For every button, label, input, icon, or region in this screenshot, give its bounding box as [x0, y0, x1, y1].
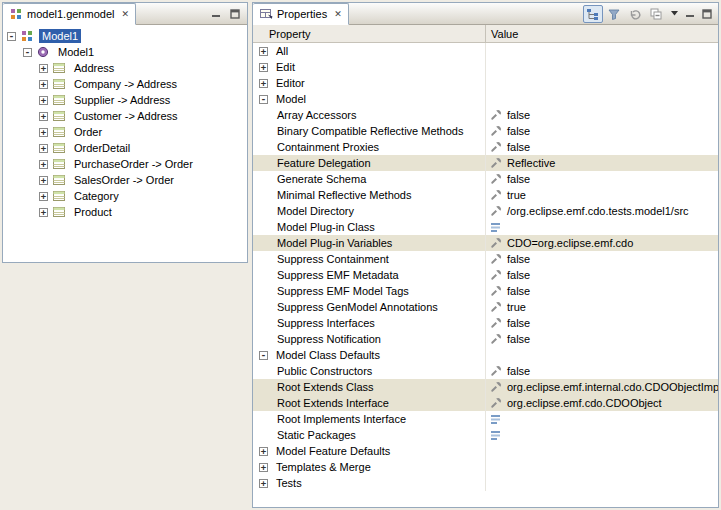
property-value-cell[interactable]: false [486, 171, 718, 187]
expand-toggle[interactable]: + [39, 144, 48, 153]
property-group-model-feature-defaults[interactable]: +Model Feature Defaults [253, 443, 718, 459]
column-header-value[interactable]: Value [486, 25, 718, 42]
property-value-cell[interactable]: false [486, 283, 718, 299]
property-row-public-constructors[interactable]: Public Constructorsfalse [253, 363, 718, 379]
property-row-static-packages[interactable]: Static Packages [253, 427, 718, 443]
expand-toggle[interactable]: + [259, 479, 268, 488]
property-row-generate-schema[interactable]: Generate Schemafalse [253, 171, 718, 187]
collapse-toggle[interactable]: - [259, 95, 268, 104]
property-row-model-plug-in-variables[interactable]: Model Plug-in VariablesCDO=org.eclipse.e… [253, 235, 718, 251]
expand-toggle[interactable]: + [259, 79, 268, 88]
property-value-cell[interactable] [486, 411, 718, 427]
tree-item-product[interactable]: +Product [3, 204, 247, 220]
collapse-toggle[interactable]: - [259, 351, 268, 360]
maximize-button[interactable] [699, 6, 715, 22]
tab-model1-genmodel[interactable]: model1.genmodel ✕ [3, 3, 136, 25]
expand-toggle[interactable]: + [259, 447, 268, 456]
expand-toggle[interactable]: + [259, 463, 268, 472]
property-value-cell[interactable]: true [486, 187, 718, 203]
restore-default-value-button[interactable] [625, 5, 645, 23]
property-value-cell[interactable]: false [486, 251, 718, 267]
tree-item-salesorder-order[interactable]: +SalesOrder -> Order [3, 172, 247, 188]
property-row-array-accessors[interactable]: Array Accessorsfalse [253, 107, 718, 123]
property-value-cell[interactable] [486, 75, 718, 91]
tree-item-orderdetail[interactable]: +OrderDetail [3, 140, 247, 156]
property-value-cell[interactable] [486, 347, 718, 363]
property-row-suppress-interfaces[interactable]: Suppress Interfacesfalse [253, 315, 718, 331]
property-value-cell[interactable] [486, 91, 718, 107]
expand-toggle[interactable]: + [39, 160, 48, 169]
expand-toggle[interactable]: + [39, 112, 48, 121]
property-value-cell[interactable]: false [486, 139, 718, 155]
property-row-root-extends-interface[interactable]: Root Extends Interfaceorg.eclipse.emf.cd… [253, 395, 718, 411]
property-value-cell[interactable]: /org.eclipse.emf.cdo.tests.model1/src [486, 203, 718, 219]
property-row-suppress-containment[interactable]: Suppress Containmentfalse [253, 251, 718, 267]
property-value-cell[interactable]: org.eclipse.emf.internal.cdo.CDOObjectIm… [486, 379, 718, 395]
property-value-cell[interactable]: false [486, 363, 718, 379]
property-row-suppress-notification[interactable]: Suppress Notificationfalse [253, 331, 718, 347]
property-group-all[interactable]: +All [253, 43, 718, 59]
property-row-model-plug-in-class[interactable]: Model Plug-in Class [253, 219, 718, 235]
tree-item-order[interactable]: +Order [3, 124, 247, 140]
tree-item-customer-address[interactable]: +Customer -> Address [3, 108, 247, 124]
collapse-toggle[interactable]: - [23, 48, 32, 57]
expand-toggle[interactable]: + [259, 47, 268, 56]
property-value-cell[interactable]: Reflective [486, 155, 718, 171]
property-value-cell[interactable]: org.eclipse.emf.cdo.CDOObject [486, 395, 718, 411]
property-group-editor[interactable]: +Editor [253, 75, 718, 91]
property-value-cell[interactable]: true [486, 299, 718, 315]
tree-item-address[interactable]: +Address [3, 60, 247, 76]
property-row-minimal-reflective-methods[interactable]: Minimal Reflective Methodstrue [253, 187, 718, 203]
tree-item-company-address[interactable]: +Company -> Address [3, 76, 247, 92]
tree-item-supplier-address[interactable]: +Supplier -> Address [3, 92, 247, 108]
property-group-model-class-defaults[interactable]: -Model Class Defaults [253, 347, 718, 363]
property-value-cell[interactable]: false [486, 123, 718, 139]
expand-toggle[interactable]: + [39, 192, 48, 201]
property-value-cell[interactable] [486, 43, 718, 59]
property-value-cell[interactable]: false [486, 331, 718, 347]
property-value-cell[interactable] [486, 219, 718, 235]
minimize-button[interactable] [682, 6, 698, 22]
property-row-suppress-emf-model-tags[interactable]: Suppress EMF Model Tagsfalse [253, 283, 718, 299]
expand-toggle[interactable]: + [39, 128, 48, 137]
property-group-edit[interactable]: +Edit [253, 59, 718, 75]
show-categories-button[interactable] [583, 5, 603, 23]
property-value-cell[interactable]: false [486, 107, 718, 123]
close-icon[interactable]: ✕ [121, 10, 129, 19]
property-group-templates-merge[interactable]: +Templates & Merge [253, 459, 718, 475]
collapse-all-button[interactable] [646, 5, 666, 23]
minimize-button[interactable] [208, 6, 224, 22]
expand-toggle[interactable]: + [259, 63, 268, 72]
property-value-cell[interactable] [486, 459, 718, 475]
property-value-cell[interactable] [486, 443, 718, 459]
property-row-suppress-genmodel-annotations[interactable]: Suppress GenModel Annotationstrue [253, 299, 718, 315]
tree-item-model1[interactable]: -Model1 [3, 44, 247, 60]
expand-toggle[interactable]: + [39, 96, 48, 105]
property-value-cell[interactable]: false [486, 267, 718, 283]
property-value-cell[interactable] [486, 427, 718, 443]
expand-toggle[interactable]: + [39, 64, 48, 73]
expand-toggle[interactable]: + [39, 80, 48, 89]
property-row-feature-delegation[interactable]: Feature DelegationReflective [253, 155, 718, 171]
tree-item-purchaseorder-order[interactable]: +PurchaseOrder -> Order [3, 156, 247, 172]
collapse-toggle[interactable]: - [7, 32, 16, 41]
property-row-model-directory[interactable]: Model Directory/org.eclipse.emf.cdo.test… [253, 203, 718, 219]
property-value-cell[interactable] [486, 475, 718, 491]
property-group-tests[interactable]: +Tests [253, 475, 718, 491]
tree-item-model1[interactable]: -Model1 [3, 28, 247, 44]
expand-toggle[interactable]: + [39, 176, 48, 185]
view-menu-button[interactable] [667, 5, 681, 23]
property-row-containment-proxies[interactable]: Containment Proxiesfalse [253, 139, 718, 155]
show-advanced-properties-button[interactable] [604, 5, 624, 23]
property-group-model[interactable]: -Model [253, 91, 718, 107]
property-value-cell[interactable]: false [486, 315, 718, 331]
expand-toggle[interactable]: + [39, 208, 48, 217]
tab-properties[interactable]: Properties ✕ [253, 3, 349, 25]
column-header-property[interactable]: Property [253, 25, 486, 42]
property-value-cell[interactable]: CDO=org.eclipse.emf.cdo [486, 235, 718, 251]
tree-item-category[interactable]: +Category [3, 188, 247, 204]
close-icon[interactable]: ✕ [334, 10, 342, 19]
property-value-cell[interactable] [486, 59, 718, 75]
property-row-root-implements-interface[interactable]: Root Implements Interface [253, 411, 718, 427]
maximize-button[interactable] [227, 6, 243, 22]
